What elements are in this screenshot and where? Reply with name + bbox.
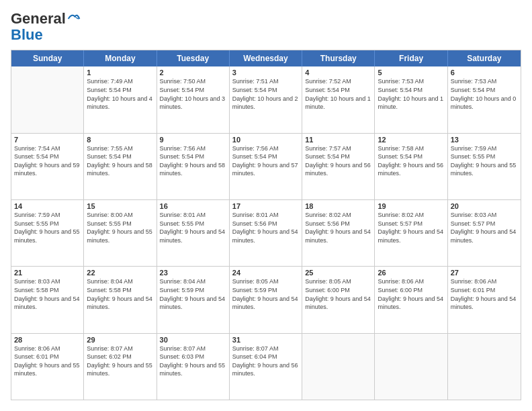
day-info: Sunrise: 8:06 AMSunset: 6:00 PMDaylight:… [378,277,444,311]
calendar-cell: 6Sunrise: 7:53 AMSunset: 5:54 PMDaylight… [448,66,521,132]
day-number: 2 [160,68,226,77]
day-info: Sunrise: 7:56 AMSunset: 5:54 PMDaylight:… [232,144,299,178]
calendar-cell: 1Sunrise: 7:49 AMSunset: 5:54 PMDaylight… [84,66,157,132]
header-day-thursday: Thursday [302,50,375,66]
calendar-cell: 30Sunrise: 8:07 AMSunset: 6:03 PMDayligh… [157,334,230,400]
day-number: 20 [451,202,518,210]
day-info: Sunrise: 8:05 AMSunset: 5:59 PMDaylight:… [232,277,299,311]
page: General Blue SundayMondayTuesdayWednesda… [0,0,532,411]
calendar-cell: 20Sunrise: 8:03 AMSunset: 5:57 PMDayligh… [448,200,521,266]
calendar-cell [302,334,375,400]
day-info: Sunrise: 8:04 AMSunset: 5:59 PMDaylight:… [160,277,226,311]
day-info: Sunrise: 8:01 AMSunset: 5:55 PMDaylight:… [160,211,226,244]
calendar-header: SundayMondayTuesdayWednesdayThursdayFrid… [11,50,521,66]
calendar-cell: 21Sunrise: 8:03 AMSunset: 5:58 PMDayligh… [11,267,84,332]
calendar-cell: 2Sunrise: 7:50 AMSunset: 5:54 PMDaylight… [157,66,230,132]
calendar-cell: 3Sunrise: 7:51 AMSunset: 5:54 PMDaylight… [230,66,302,132]
day-info: Sunrise: 8:06 AMSunset: 6:01 PMDaylight:… [451,277,518,311]
day-info: Sunrise: 7:57 AMSunset: 5:54 PMDaylight:… [305,144,371,178]
day-number: 6 [451,68,518,77]
day-info: Sunrise: 7:51 AMSunset: 5:54 PMDaylight:… [232,77,299,111]
logo-blue-text: Blue [11,26,43,43]
day-number: 19 [378,202,444,210]
day-info: Sunrise: 8:00 AMSunset: 5:55 PMDaylight:… [87,211,153,244]
day-info: Sunrise: 8:02 AMSunset: 5:56 PMDaylight:… [305,211,371,244]
day-number: 1 [87,68,153,77]
day-info: Sunrise: 8:03 AMSunset: 5:57 PMDaylight:… [451,211,518,244]
calendar-cell: 29Sunrise: 8:07 AMSunset: 6:02 PMDayligh… [84,334,157,400]
day-number: 29 [87,336,153,344]
day-number: 4 [305,68,371,77]
day-number: 9 [160,136,226,144]
calendar-row-0: 1Sunrise: 7:49 AMSunset: 5:54 PMDaylight… [11,66,521,133]
day-number: 17 [232,202,299,210]
day-info: Sunrise: 8:03 AMSunset: 5:58 PMDaylight:… [14,277,81,311]
calendar-cell: 8Sunrise: 7:55 AMSunset: 5:54 PMDaylight… [84,134,157,199]
calendar-cell: 13Sunrise: 7:59 AMSunset: 5:55 PMDayligh… [448,134,521,199]
day-info: Sunrise: 7:58 AMSunset: 5:54 PMDaylight:… [378,144,444,178]
day-info: Sunrise: 7:59 AMSunset: 5:55 PMDaylight:… [14,211,81,244]
header-day-monday: Monday [84,50,157,66]
day-info: Sunrise: 7:50 AMSunset: 5:54 PMDaylight:… [160,77,226,111]
calendar-cell: 7Sunrise: 7:54 AMSunset: 5:54 PMDaylight… [11,134,84,199]
calendar-cell [375,334,447,400]
day-number: 30 [160,336,226,344]
day-info: Sunrise: 8:06 AMSunset: 6:01 PMDaylight:… [14,345,81,378]
calendar-cell: 24Sunrise: 8:05 AMSunset: 5:59 PMDayligh… [230,267,302,332]
calendar-cell: 12Sunrise: 7:58 AMSunset: 5:54 PMDayligh… [375,134,447,199]
day-number: 8 [87,136,153,144]
logo-general-text: General [11,11,66,27]
day-info: Sunrise: 8:05 AMSunset: 6:00 PMDaylight:… [305,277,371,311]
calendar-cell: 16Sunrise: 8:01 AMSunset: 5:55 PMDayligh… [157,200,230,266]
day-info: Sunrise: 8:07 AMSunset: 6:04 PMDaylight:… [232,345,299,378]
calendar-row-3: 21Sunrise: 8:03 AMSunset: 5:58 PMDayligh… [11,267,521,333]
day-number: 15 [87,202,153,210]
header-day-sunday: Sunday [11,50,84,66]
header-day-saturday: Saturday [448,50,521,66]
day-number: 3 [232,68,299,77]
day-number: 27 [451,269,518,277]
calendar-cell: 19Sunrise: 8:02 AMSunset: 5:57 PMDayligh… [375,200,447,266]
calendar-cell: 18Sunrise: 8:02 AMSunset: 5:56 PMDayligh… [302,200,375,266]
day-info: Sunrise: 7:55 AMSunset: 5:54 PMDaylight:… [87,144,153,178]
day-number: 11 [305,136,371,144]
calendar-cell: 4Sunrise: 7:52 AMSunset: 5:54 PMDaylight… [302,66,375,132]
day-number: 10 [232,136,299,144]
day-info: Sunrise: 8:04 AMSunset: 5:58 PMDaylight:… [87,277,153,311]
header-day-tuesday: Tuesday [157,50,230,66]
calendar-cell: 11Sunrise: 7:57 AMSunset: 5:54 PMDayligh… [302,134,375,199]
day-info: Sunrise: 7:56 AMSunset: 5:54 PMDaylight:… [160,144,226,178]
calendar-body: 1Sunrise: 7:49 AMSunset: 5:54 PMDaylight… [11,66,521,400]
day-number: 14 [14,202,81,210]
day-info: Sunrise: 7:49 AMSunset: 5:54 PMDaylight:… [87,77,153,111]
calendar-cell: 27Sunrise: 8:06 AMSunset: 6:01 PMDayligh… [448,267,521,332]
day-number: 24 [232,269,299,277]
day-info: Sunrise: 8:02 AMSunset: 5:57 PMDaylight:… [378,211,444,244]
day-number: 18 [305,202,371,210]
day-number: 22 [87,269,153,277]
day-number: 13 [451,136,518,144]
day-info: Sunrise: 7:59 AMSunset: 5:55 PMDaylight:… [451,144,518,178]
calendar-cell: 28Sunrise: 8:06 AMSunset: 6:01 PMDayligh… [11,334,84,400]
day-number: 25 [305,269,371,277]
day-number: 28 [14,336,81,344]
day-number: 12 [378,136,444,144]
day-info: Sunrise: 7:54 AMSunset: 5:54 PMDaylight:… [14,144,81,178]
calendar-cell: 25Sunrise: 8:05 AMSunset: 6:00 PMDayligh… [302,267,375,332]
day-number: 23 [160,269,226,277]
day-info: Sunrise: 7:52 AMSunset: 5:54 PMDaylight:… [305,77,371,111]
day-info: Sunrise: 8:07 AMSunset: 6:02 PMDaylight:… [87,345,153,378]
calendar-cell: 31Sunrise: 8:07 AMSunset: 6:04 PMDayligh… [230,334,302,400]
calendar-row-2: 14Sunrise: 7:59 AMSunset: 5:55 PMDayligh… [11,200,521,267]
calendar-cell: 17Sunrise: 8:01 AMSunset: 5:56 PMDayligh… [230,200,302,266]
logo-icon [67,12,81,26]
day-info: Sunrise: 8:01 AMSunset: 5:56 PMDaylight:… [232,211,299,244]
day-number: 16 [160,202,226,210]
calendar-cell: 23Sunrise: 8:04 AMSunset: 5:59 PMDayligh… [157,267,230,332]
calendar-cell [448,334,521,400]
calendar: SundayMondayTuesdayWednesdayThursdayFrid… [11,50,521,400]
calendar-cell: 22Sunrise: 8:04 AMSunset: 5:58 PMDayligh… [84,267,157,332]
header-day-wednesday: Wednesday [230,50,302,66]
day-number: 31 [232,336,299,344]
calendar-cell [11,66,84,132]
